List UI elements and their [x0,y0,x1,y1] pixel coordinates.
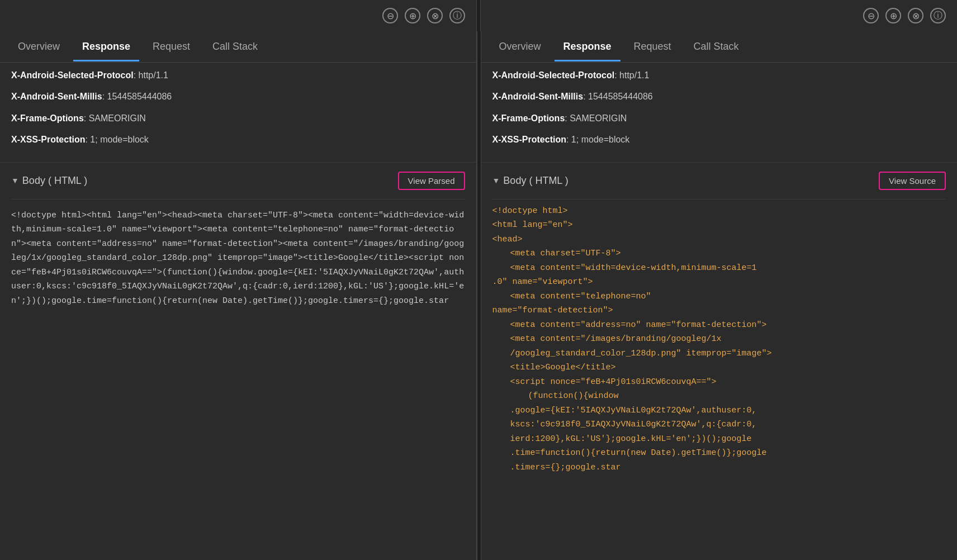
right-minimize-button[interactable]: ⊖ [863,8,879,23]
left-tab-request[interactable]: Request [144,36,199,57]
left-stop-button[interactable]: ⊗ [427,8,443,23]
code-line-9: <meta content="/images/branding/googleg/… [492,332,946,347]
right-code-block: <!doctype html> <html lang="en"> <head> … [492,200,946,480]
left-body-section: ▼ Body ( HTML ) View Parsed <!doctype ht… [0,163,476,317]
left-header-sent-millis: X-Android-Sent-Millis: 1544585444086 [11,91,465,103]
code-line-3: <meta charset="UTF-8"> [492,246,946,261]
right-maximize-button[interactable]: ⊕ [885,8,901,23]
right-window-controls[interactable]: ⊖ ⊕ ⊗ ⓘ [863,8,946,23]
code-line-0: <!doctype html> [492,204,946,219]
left-body-title: ▼ Body ( HTML ) [11,175,87,187]
code-line-16: ierd:1200},kGL:'US'};google.kHL='en';})(… [492,432,946,447]
left-tab-callstack[interactable]: Call Stack [203,36,267,57]
right-tab-request[interactable]: Request [625,36,680,57]
left-headers-section: X-Android-Selected-Protocol: http/1.1 X-… [0,63,476,163]
right-header-frame-options: X-Frame-Options: SAMEORIGIN [492,112,946,125]
code-line-15: kscs:'c9c918f0_5IAQXJyVNaiL0gK2t72QAw',q… [492,417,946,432]
left-view-parsed-button[interactable]: View Parsed [398,172,465,190]
code-line-11: <title>Google</title> [492,360,946,375]
code-line-12: <script nonce="feB+4Pj01s0iRCW6couvqA=="… [492,375,946,390]
right-body-triangle[interactable]: ▼ [492,176,500,185]
code-line-13: (function(){window [492,389,946,404]
code-line-8: <meta content="address=no" name="format-… [492,318,946,333]
left-panel: Overview Response Request Call Stack X-A… [0,31,477,560]
right-stop-button[interactable]: ⊗ [908,8,923,23]
right-header-sent-millis: X-Android-Sent-Millis: 1544585444086 [492,91,946,103]
left-panel-content: X-Android-Selected-Protocol: http/1.1 X-… [0,63,476,560]
left-body-triangle[interactable]: ▼ [11,176,19,185]
left-header-xss: X-XSS-Protection: 1; mode=block [11,134,465,146]
left-header-sent-millis-key: X-Android-Sent-Millis [11,92,102,101]
code-line-10: /googleg_standard_color_128dp.png" itemp… [492,347,946,361]
left-tab-bar: Overview Response Request Call Stack [0,31,476,63]
code-line-2: <head> [492,232,946,247]
left-minimize-button[interactable]: ⊖ [382,8,398,23]
code-line-5: .0" name="viewport"> [492,275,946,290]
right-header-xss: X-XSS-Protection: 1; mode=block [492,134,946,146]
right-header-xss-key: X-XSS-Protection [492,135,566,144]
right-header-sent-millis-key: X-Android-Sent-Millis [492,92,584,101]
code-line-4: <meta content="width=device-width,minimu… [492,261,946,276]
right-header-frame-options-key: X-Frame-Options [492,113,565,123]
left-tab-response[interactable]: Response [73,36,139,57]
left-tab-overview[interactable]: Overview [9,36,69,57]
left-header-xss-key: X-XSS-Protection [11,135,85,144]
code-line-14: .google={kEI:'5IAQXJyVNaiL0gK2t72QAw',au… [492,404,946,418]
left-body-header: ▼ Body ( HTML ) View Parsed [11,163,465,200]
right-tab-overview[interactable]: Overview [490,36,550,57]
right-header-protocol-key: X-Android-Selected-Protocol [492,70,615,80]
code-line-17: .time=function(){return(new Date).getTim… [492,446,946,461]
panel-divider[interactable] [477,31,481,560]
right-tab-response[interactable]: Response [555,36,620,57]
code-line-6: <meta content="telephone=no" [492,290,946,304]
right-body-header: ▼ Body ( HTML ) View Source [492,163,946,200]
left-body-title-text: Body ( HTML ) [22,175,87,187]
left-header-protocol: X-Android-Selected-Protocol: http/1.1 [11,69,465,82]
code-line-18: .timers={};google.star [492,461,946,475]
right-panel-content: X-Android-Selected-Protocol: http/1.1 X-… [481,63,958,560]
left-top-controls: ⊖ ⊕ ⊗ ⓘ [0,0,476,31]
left-body-content: <!doctype html><html lang="en"><head><me… [11,200,465,317]
left-header-frame-options: X-Frame-Options: SAMEORIGIN [11,112,465,125]
left-refresh-button[interactable]: ⓘ [449,8,465,23]
right-top-controls: ⊖ ⊕ ⊗ ⓘ [481,0,957,31]
left-header-frame-options-key: X-Frame-Options [11,113,84,123]
code-line-7: name="format-detection"> [492,303,946,318]
right-tab-bar: Overview Response Request Call Stack [481,31,958,63]
right-body-section: ▼ Body ( HTML ) View Source <!doctype ht… [481,163,958,480]
right-refresh-button[interactable]: ⓘ [930,8,946,23]
code-line-1: <html lang="en"> [492,218,946,232]
left-header-protocol-key: X-Android-Selected-Protocol [11,70,134,80]
right-tab-callstack[interactable]: Call Stack [685,36,748,57]
right-panel: Overview Response Request Call Stack X-A… [481,31,958,560]
right-header-protocol: X-Android-Selected-Protocol: http/1.1 [492,69,946,82]
left-maximize-button[interactable]: ⊕ [405,8,420,23]
right-headers-section: X-Android-Selected-Protocol: http/1.1 X-… [481,63,958,163]
panel-divider-top [476,0,481,31]
left-window-controls[interactable]: ⊖ ⊕ ⊗ ⓘ [382,8,465,23]
right-body-title: ▼ Body ( HTML ) [492,175,568,187]
right-body-title-text: Body ( HTML ) [503,175,568,187]
right-view-source-button[interactable]: View Source [879,172,946,190]
